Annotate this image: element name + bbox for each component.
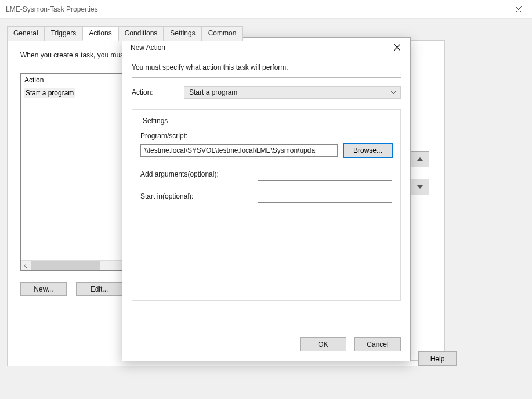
- triangle-down-icon: [417, 185, 423, 189]
- tab-settings[interactable]: Settings: [164, 26, 201, 41]
- close-icon: [516, 6, 522, 12]
- program-script-input[interactable]: [140, 144, 338, 157]
- window-titlebar: LME-Sysmon-Task Properties: [0, 0, 532, 19]
- start-in-label: Start in(optional):: [140, 192, 251, 200]
- action-select-value: Start a program: [189, 88, 237, 96]
- tab-actions[interactable]: Actions: [82, 26, 118, 41]
- add-arguments-label: Add arguments(optional):: [140, 170, 251, 178]
- tab-conditions[interactable]: Conditions: [118, 26, 164, 41]
- start-in-input[interactable]: [258, 190, 392, 203]
- new-action-button[interactable]: New...: [20, 282, 67, 296]
- edit-action-button[interactable]: Edit...: [76, 282, 122, 296]
- action-select[interactable]: Start a program: [184, 86, 401, 99]
- tab-strip: General Triggers Actions Conditions Sett…: [7, 26, 525, 40]
- tab-general[interactable]: General: [7, 26, 45, 41]
- chevron-down-icon: [391, 91, 396, 94]
- actions-list-row[interactable]: Start a program: [24, 88, 75, 98]
- triangle-up-icon: [417, 157, 423, 161]
- move-down-button[interactable]: [411, 179, 429, 195]
- ok-button[interactable]: OK: [300, 337, 346, 351]
- add-arguments-input[interactable]: [258, 168, 392, 181]
- dialog-titlebar: New Action: [122, 38, 410, 57]
- program-script-label: Program/script:: [140, 132, 392, 140]
- settings-group: Settings Program/script: Browse... Add a…: [132, 109, 401, 301]
- action-label: Action:: [132, 88, 178, 96]
- move-up-button[interactable]: [411, 151, 429, 167]
- help-button[interactable]: Help: [418, 351, 457, 366]
- dialog-title: New Action: [131, 44, 383, 52]
- new-action-dialog: New Action You must specify what action …: [122, 37, 411, 361]
- divider: [132, 77, 401, 78]
- scroll-thumb[interactable]: [31, 261, 100, 270]
- close-icon: [394, 44, 400, 51]
- window-title: LME-Sysmon-Task Properties: [6, 5, 505, 13]
- tab-triggers[interactable]: Triggers: [45, 26, 83, 41]
- dialog-close-button[interactable]: [383, 38, 410, 57]
- window-close-button[interactable]: [505, 0, 532, 19]
- dialog-instruction: You must specify what action this task w…: [132, 63, 401, 71]
- settings-group-title: Settings: [140, 117, 170, 125]
- tab-common[interactable]: Common: [202, 26, 243, 41]
- scroll-left-arrow-icon[interactable]: [21, 261, 31, 270]
- browse-button[interactable]: Browse...: [343, 143, 392, 157]
- cancel-button[interactable]: Cancel: [354, 337, 401, 351]
